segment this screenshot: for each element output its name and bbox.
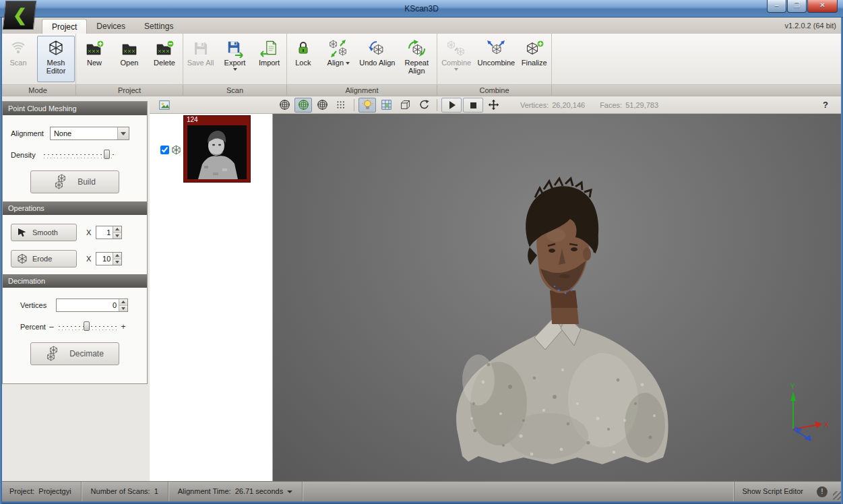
tab-devices[interactable]: Devices (87, 19, 135, 34)
vertices-input[interactable] (57, 299, 119, 311)
build-button[interactable]: Build (30, 170, 119, 193)
align-dropdown-icon[interactable] (346, 62, 350, 65)
delete-button-label: Delete (154, 59, 175, 67)
delete-button[interactable]: Delete (148, 36, 181, 82)
bounding-box-button[interactable] (396, 98, 414, 113)
decimate-button-label: Decimate (69, 349, 104, 358)
group-label-filler (552, 85, 843, 96)
align-button[interactable]: Align (320, 36, 357, 82)
minimize-button[interactable]: – (767, 0, 786, 13)
play-button[interactable] (441, 98, 462, 113)
alignment-label: Alignment (11, 129, 44, 137)
ribbon-group-labels: Mode Project Scan Alignment Combine (0, 85, 843, 96)
erode-count-spinner[interactable] (96, 252, 122, 265)
maximize-button[interactable]: ❐ (787, 0, 807, 13)
density-slider-thumb[interactable] (104, 150, 110, 159)
undo-align-button[interactable]: Undo Align (358, 36, 396, 82)
save-all-icon (190, 38, 212, 58)
group-label-alignment: Alignment (287, 85, 437, 96)
alignment-time-dropdown-icon[interactable] (287, 491, 292, 493)
stop-button[interactable] (463, 98, 483, 113)
vertices-spin-down-icon[interactable] (119, 305, 127, 312)
play-icon (446, 100, 457, 111)
smooth-count-spinner[interactable] (96, 226, 122, 239)
decimate-button[interactable]: Decimate (30, 342, 119, 365)
uncombine-button-label: Uncombine (478, 59, 516, 67)
scan-mesh-icon (171, 145, 181, 155)
scan-button[interactable]: Scan (1, 36, 36, 82)
export-dropdown-icon[interactable] (233, 68, 237, 71)
smooth-count-input[interactable] (96, 226, 113, 239)
lock-button[interactable]: Lock (288, 36, 319, 82)
close-button[interactable]: ✕ (807, 0, 838, 13)
erode-button-label: Erode (32, 255, 52, 263)
vertices-spinner-arrows[interactable] (119, 299, 127, 311)
density-slider-track[interactable] (44, 154, 114, 155)
rotate-icon (418, 99, 430, 111)
grid-toggle-button[interactable] (377, 98, 395, 113)
thumbnail-view-button[interactable] (156, 98, 173, 113)
ribbon-group-alignment: Lock Align (287, 34, 437, 84)
show-script-editor-button[interactable]: Show Script Editor (734, 482, 811, 501)
point-cloud-meshing-panel: Point Cloud Meshing Alignment None Densi… (2, 101, 148, 384)
open-button[interactable]: Open (113, 36, 146, 82)
group-label-combine: Combine (437, 85, 552, 96)
alignment-dropdown-arrow-icon[interactable] (117, 127, 129, 139)
erode-button[interactable]: Erode (11, 250, 77, 267)
status-alignment-time[interactable]: Alignment Time: 26.71 seconds (168, 482, 303, 501)
percent-slider-thumb[interactable] (84, 321, 90, 331)
new-button[interactable]: New (77, 36, 111, 82)
combine-dropdown-icon[interactable] (454, 68, 458, 71)
pan-button[interactable] (485, 98, 502, 113)
status-project-label: Project: (9, 482, 34, 501)
mesh-editor-button[interactable]: Mesh Editor (37, 36, 75, 82)
cube-icon (400, 99, 411, 111)
combine-button[interactable]: Combine (438, 36, 474, 82)
smooth-spinner-arrows[interactable] (113, 226, 121, 239)
finalize-button-label: Finalize (522, 59, 547, 67)
lighting-toggle-button[interactable] (358, 98, 376, 113)
faces-count: Faces:51,29,783 (600, 101, 658, 109)
shaded-view-button[interactable] (294, 98, 312, 113)
erode-spin-up-icon[interactable] (113, 253, 121, 259)
scan-thumbnail-selected[interactable]: 124 (183, 115, 251, 183)
reset-view-button[interactable] (415, 98, 433, 113)
alignment-dropdown[interactable]: None (50, 127, 129, 140)
save-all-button[interactable]: Save All (184, 36, 217, 82)
save-all-button-label: Save All (187, 59, 214, 67)
smooth-spin-up-icon[interactable] (113, 226, 121, 232)
export-button[interactable]: Export (218, 36, 251, 82)
import-button[interactable]: Import (253, 36, 286, 82)
mesh-editor-icon (45, 38, 67, 58)
status-time-label: Alignment Time: (178, 482, 231, 501)
notification-icon[interactable]: ! (817, 486, 828, 497)
smooth-spin-down-icon[interactable] (113, 232, 121, 239)
scan-visible-checkbox[interactable] (160, 146, 169, 154)
vertices-spin-up-icon[interactable] (119, 299, 127, 305)
undo-align-button-label: Undo Align (359, 59, 395, 67)
density-slider[interactable] (44, 149, 114, 161)
solid-view-button[interactable] (313, 98, 331, 113)
group-label-scan: Scan (183, 85, 287, 96)
wireframe-view-button[interactable] (276, 98, 293, 113)
erode-count-input[interactable] (96, 253, 113, 265)
app-window: KScan3D – ❐ ✕ ❮ Project Devices Settings… (0, 0, 843, 504)
smooth-button[interactable]: Smooth (11, 224, 77, 241)
points-view-button[interactable] (332, 98, 350, 113)
status-scans-label: Number of Scans: (91, 482, 150, 501)
titlebar[interactable]: KScan3D – ❐ ✕ (0, 0, 843, 18)
finalize-button[interactable]: Finalize (518, 36, 551, 82)
uncombine-button[interactable]: Uncombine (476, 36, 516, 82)
viewport-3d[interactable]: Y X (273, 114, 843, 481)
tab-project[interactable]: Project (42, 19, 87, 34)
percent-slider[interactable] (59, 321, 118, 333)
tab-settings[interactable]: Settings (135, 19, 183, 34)
percent-row: Percent – + (20, 321, 140, 333)
help-button[interactable]: ? (823, 100, 828, 110)
point-cloud-icon (336, 99, 347, 111)
repeat-align-button[interactable]: Repeat Align (398, 36, 436, 82)
lock-icon (292, 38, 314, 58)
vertices-spinner[interactable] (56, 298, 128, 312)
erode-spinner-arrows[interactable] (113, 253, 121, 265)
erode-spin-down-icon[interactable] (113, 259, 121, 265)
